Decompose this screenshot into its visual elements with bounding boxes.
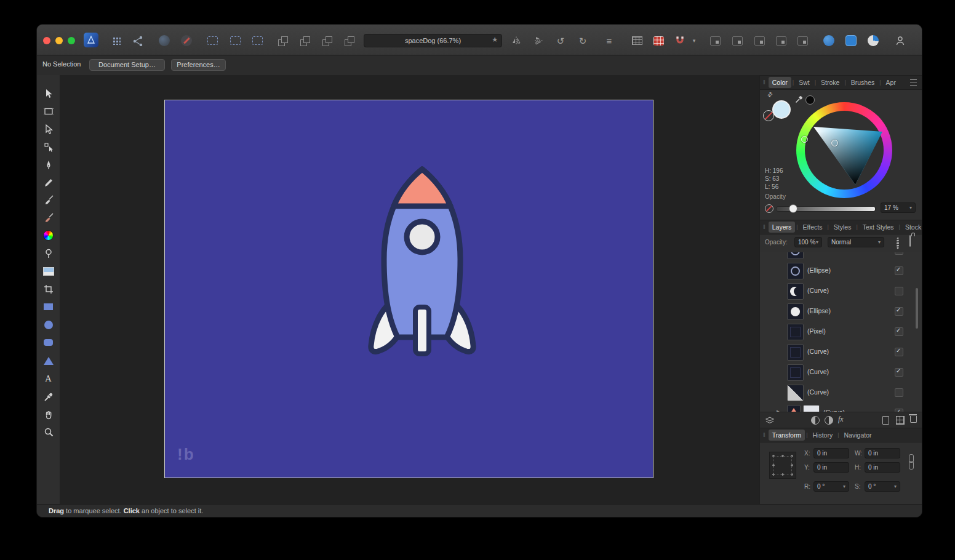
tab-stock[interactable]: Stock — [901, 222, 922, 233]
visibility-checkbox[interactable] — [895, 252, 903, 255]
artboard[interactable]: !b — [165, 100, 653, 478]
tab-color[interactable]: Color — [769, 77, 791, 88]
node-tool[interactable] — [42, 122, 55, 135]
adjustment-layer-button[interactable] — [825, 416, 833, 425]
zoom-button[interactable] — [68, 37, 75, 44]
marquee-mode-button-1[interactable] — [206, 34, 218, 47]
artistic-text-tool[interactable]: A — [42, 372, 55, 385]
order-forward-button[interactable] — [298, 34, 311, 47]
layer-row[interactable]: (Curve) — [760, 281, 922, 302]
favorite-star-icon[interactable]: ★ — [492, 36, 498, 44]
new-group-button[interactable] — [896, 416, 905, 425]
zoom-tool[interactable] — [42, 425, 55, 438]
layer-settings-button[interactable] — [897, 238, 899, 249]
tab-swatches[interactable]: Swt — [795, 77, 813, 88]
marquee-mode-button-2[interactable] — [229, 34, 241, 47]
fill-color-swatch[interactable] — [772, 100, 791, 119]
opacity-value-field[interactable]: 17 % ▾ — [881, 202, 916, 213]
insert-in-front-button[interactable] — [731, 34, 743, 47]
swap-colors-icon[interactable]: ⇄ — [765, 90, 773, 99]
rotate-ccw-button[interactable]: ↺ — [554, 34, 567, 47]
tab-appearance[interactable]: Apr — [882, 77, 900, 88]
stroke-none-swatch[interactable] — [763, 110, 774, 121]
layer-row[interactable]: (Ellipse) — [760, 301, 922, 322]
new-layer-button[interactable] — [882, 416, 889, 425]
w-field[interactable]: 0 in — [865, 448, 900, 458]
document-setup-button[interactable]: Document Setup… — [89, 59, 165, 71]
alignment-button[interactable]: ≡ — [603, 34, 615, 47]
mask-layer-button[interactable] — [811, 416, 820, 425]
paint-brush-tool[interactable] — [42, 211, 55, 224]
rotate-cw-button[interactable]: ↻ — [577, 34, 589, 47]
hue-selector-dot[interactable] — [801, 136, 808, 143]
fill-tool[interactable] — [42, 229, 55, 242]
link-dimensions-icon[interactable] — [908, 454, 914, 470]
artboard-tool[interactable] — [42, 105, 55, 118]
pencil-tool[interactable] — [42, 176, 55, 189]
h-field[interactable]: 0 in — [865, 462, 900, 473]
layer-stack-button[interactable] — [765, 416, 775, 425]
order-back-button[interactable] — [343, 34, 355, 47]
layer-effects-button[interactable]: fx — [838, 415, 844, 424]
account-button[interactable] — [894, 34, 906, 47]
visibility-checkbox[interactable] — [895, 266, 903, 275]
layers-scrollbar[interactable] — [916, 288, 918, 329]
x-field[interactable]: 0 in — [813, 448, 849, 458]
rectangle-tool[interactable] — [42, 300, 55, 313]
document-title-field[interactable]: spaceDog (66.7%) ★ — [364, 34, 502, 47]
color-picker-tool[interactable] — [42, 390, 55, 403]
panel-menu-icon[interactable] — [910, 79, 917, 86]
rotation-field[interactable]: 0 ° ▾ — [813, 481, 849, 492]
layer-row[interactable]: (Curve) — [760, 342, 922, 362]
tab-effects[interactable]: Effects — [799, 222, 826, 233]
pixel-grid-button[interactable] — [652, 34, 665, 47]
order-backward-button[interactable] — [321, 34, 333, 47]
tab-history[interactable]: History — [809, 430, 837, 441]
panel-drag-handle[interactable]: ‖ — [763, 432, 765, 438]
triangle-tool[interactable] — [42, 354, 55, 367]
vector-brush-tool[interactable] — [42, 193, 55, 206]
shear-field[interactable]: 0 ° ▾ — [865, 481, 900, 492]
close-button[interactable] — [43, 37, 50, 44]
view-tool[interactable] — [42, 408, 55, 421]
visibility-checkbox[interactable] — [895, 368, 903, 377]
layers-opacity-field[interactable]: 100 % ▾ — [794, 237, 822, 247]
transparency-tool[interactable] — [42, 247, 55, 260]
pen-tool[interactable] — [42, 158, 55, 171]
layer-row[interactable]: (Curve) — [760, 362, 922, 383]
opacity-none-icon[interactable] — [765, 204, 773, 213]
edit-all-layers-button[interactable] — [796, 34, 809, 47]
y-field[interactable]: 0 in — [813, 462, 849, 473]
place-image-tool[interactable] — [42, 265, 55, 278]
move-tool[interactable] — [42, 87, 55, 100]
rounded-rectangle-tool[interactable] — [42, 336, 55, 349]
blend-mode-select[interactable]: Normal ▾ — [828, 237, 884, 247]
minimize-button[interactable] — [55, 37, 63, 44]
visibility-checkbox[interactable] — [895, 388, 903, 397]
tab-styles[interactable]: Styles — [830, 222, 855, 233]
tab-stroke[interactable]: Stroke — [817, 77, 843, 88]
assistant-button[interactable] — [823, 34, 835, 47]
marquee-mode-button-3[interactable] — [251, 34, 263, 47]
order-front-button[interactable] — [276, 34, 289, 47]
affinity-designer-app-icon[interactable] — [84, 33, 98, 47]
flip-vertical-button[interactable] — [532, 34, 545, 47]
vector-crop-tool[interactable] — [42, 282, 55, 295]
tab-transform[interactable]: Transform — [769, 430, 805, 441]
visibility-checkbox[interactable] — [895, 287, 903, 295]
preview-mode-button[interactable] — [158, 34, 170, 47]
layer-list[interactable]: ▾ (Ellipse) (Curve) (Ellipse — [760, 252, 922, 412]
delete-layer-button[interactable] — [910, 414, 917, 423]
pixel-persona-icon[interactable] — [110, 34, 122, 47]
show-grid-button[interactable] — [631, 34, 643, 47]
visibility-checkbox[interactable] — [895, 307, 903, 316]
visibility-checkbox[interactable] — [895, 348, 903, 356]
ellipse-tool[interactable] — [42, 318, 55, 331]
insert-inside-button[interactable] — [753, 34, 765, 47]
pixel-preview-button[interactable] — [180, 34, 193, 47]
swatch-button[interactable] — [845, 34, 857, 47]
saturation-lightness-triangle[interactable] — [805, 111, 884, 190]
color-wheel[interactable] — [796, 102, 892, 198]
preferences-button[interactable]: Preferences… — [171, 59, 226, 71]
panel-drag-handle[interactable]: ‖ — [763, 79, 765, 86]
